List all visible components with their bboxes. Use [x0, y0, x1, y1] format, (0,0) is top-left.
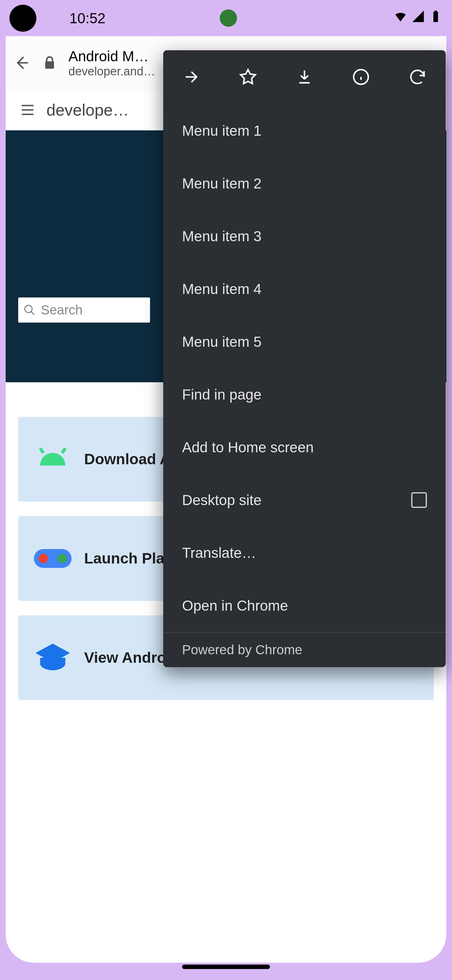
- clock: 10:52: [69, 10, 105, 27]
- menu-item[interactable]: Menu item 1: [163, 104, 446, 157]
- site-title: develope…: [46, 100, 129, 119]
- menu-item[interactable]: Menu item 3: [163, 210, 446, 262]
- battery-icon: [429, 10, 442, 23]
- menu-item[interactable]: Menu item 4: [163, 262, 446, 315]
- android-icon: [34, 441, 71, 478]
- status-bar: 10:52: [0, 0, 452, 36]
- menu-item-translate[interactable]: Translate…: [163, 527, 446, 579]
- download-icon[interactable]: [295, 68, 314, 86]
- lock-icon: [40, 53, 59, 72]
- bookmark-icon[interactable]: [239, 68, 257, 86]
- menu-item[interactable]: Menu item 5: [163, 315, 446, 368]
- signal-icon: [411, 10, 425, 23]
- svg-rect-1: [435, 11, 437, 12]
- menu-item-desktop-site[interactable]: Desktop site: [163, 474, 446, 527]
- svg-rect-2: [45, 61, 54, 68]
- svg-point-3: [25, 305, 32, 313]
- back-icon[interactable]: [12, 53, 31, 72]
- menu-item-open-chrome[interactable]: Open in Chrome: [163, 579, 446, 632]
- checkbox-icon[interactable]: [411, 492, 427, 508]
- forward-icon[interactable]: [182, 68, 201, 86]
- search-icon: [23, 304, 36, 316]
- play-console-icon: [34, 539, 71, 578]
- wifi-icon: [393, 10, 408, 23]
- info-icon[interactable]: [352, 68, 370, 86]
- menu-footer: Powered by Chrome: [163, 632, 446, 667]
- search-placeholder: Search: [41, 302, 82, 318]
- svg-rect-0: [433, 12, 438, 22]
- graduation-icon: [34, 639, 71, 676]
- avatar: [10, 5, 36, 32]
- menu-icon[interactable]: [18, 100, 37, 119]
- search-input[interactable]: Search: [18, 298, 150, 323]
- refresh-icon[interactable]: [408, 68, 427, 86]
- camera-icon: [220, 10, 237, 27]
- overflow-menu: Menu item 1 Menu item 2 Menu item 3 Menu…: [163, 50, 446, 667]
- menu-item-add-home[interactable]: Add to Home screen: [163, 421, 446, 474]
- menu-actions: [163, 50, 446, 104]
- status-right: [393, 10, 442, 23]
- menu-item[interactable]: Menu item 2: [163, 157, 446, 210]
- svg-point-5: [39, 554, 48, 563]
- svg-point-6: [57, 554, 67, 563]
- menu-item-find[interactable]: Find in page: [163, 368, 446, 421]
